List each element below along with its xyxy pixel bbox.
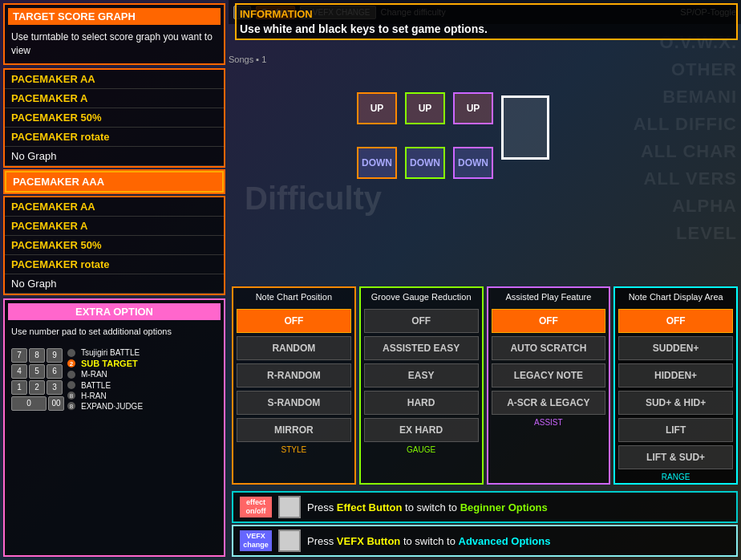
option-btn-auto-scratch[interactable]: AUTO SCRATCH (492, 336, 606, 360)
score-item-selected[interactable]: PACEMAKER AAA (5, 171, 224, 193)
vefx-btn-highlight: VEFX Button (337, 535, 400, 547)
extra-option-section: EXTRA OPTION Use number pad to set addit… (3, 298, 225, 557)
score-item[interactable]: PACEMAKER 50% (5, 108, 224, 128)
option-btn-off-2[interactable]: OFF (364, 309, 479, 333)
numpad-label-hran: H-RAN (81, 392, 107, 400)
white-box (501, 95, 549, 160)
groove-gauge-header: Groove Gauge Reduction (361, 288, 482, 307)
numpad-keys: 7 8 9 4 5 6 1 2 3 0 00 (11, 348, 64, 411)
options-row: Note Chart Position OFF RANDOM R-RANDOM … (229, 283, 741, 488)
numpad-label-row-2: 2 SUB TARGET (67, 359, 143, 368)
option-btn-off-1[interactable]: OFF (237, 309, 351, 333)
numpad-label-row-1: Tsujigiri BATTLE (67, 348, 143, 357)
updown-col-4 (501, 92, 549, 179)
target-score-desc: Use turntable to select score graph you … (8, 28, 221, 60)
numpad-key-3[interactable]: 3 (47, 380, 63, 395)
option-btn-rrandom[interactable]: R-RANDOM (237, 363, 351, 388)
numpad-row-456: 4 5 6 (11, 364, 64, 379)
numpad-label-expand: EXPAND·JUDGE (81, 402, 143, 411)
up-btn-2[interactable]: UP (405, 92, 445, 124)
option-btn-exhard[interactable]: EX HARD (364, 418, 479, 442)
numpad-key-1[interactable]: 1 (11, 380, 27, 395)
numpad-label-row-6: 8 EXPAND·JUDGE (67, 402, 143, 411)
vefx-btn-square[interactable] (278, 530, 301, 552)
down-btn-1[interactable]: DOWN (357, 147, 397, 179)
information-title: INFORMATION (240, 8, 733, 20)
advanced-options-highlight: Advanced Options (459, 535, 551, 547)
score-item-no-graph[interactable]: No Graph (5, 274, 224, 294)
numpad-dot-5: 8 (67, 392, 75, 400)
effect-btn-square[interactable] (278, 496, 301, 518)
numpad-label-tsujigiri: Tsujigiri BATTLE (81, 348, 140, 357)
numpad-label-row-4: BATTLE (67, 381, 143, 390)
up-btn-1[interactable]: UP (357, 92, 397, 124)
score-item[interactable]: PACEMAKER 50% (5, 236, 224, 255)
down-btn-2[interactable]: DOWN (405, 147, 445, 179)
gauge-label: GAUGE (361, 444, 482, 456)
score-item[interactable]: PACEMAKER rotate (5, 128, 224, 147)
option-btn-random[interactable]: RANDOM (237, 336, 351, 360)
numpad-key-00[interactable]: 00 (48, 396, 64, 411)
option-btn-sudden-plus[interactable]: SUDDEN+ (618, 336, 733, 360)
vefx-label[interactable]: VEFXchange (240, 530, 272, 551)
extra-option-desc: Use number pad to set additional options (8, 323, 221, 340)
groove-gauge-col: Groove Gauge Reduction OFF ASSISTED EASY… (359, 286, 484, 485)
note-chart-position-col: Note Chart Position OFF RANDOM R-RANDOM … (232, 286, 356, 485)
down-btn-3[interactable]: DOWN (453, 147, 493, 179)
option-btn-ascr-legacy[interactable]: A-SCR & LEGACY (492, 391, 606, 415)
numpad-key-5[interactable]: 5 (29, 364, 45, 379)
vefx-btn-text: Press VEFX Button to switch to Advanced … (307, 535, 550, 547)
numpad-key-6[interactable]: 6 (47, 364, 63, 379)
option-btn-sud-hid[interactable]: SUD+ & HID+ (618, 391, 733, 415)
numpad-label-row-3: M-RAN (67, 370, 143, 379)
main-area: UP DOWN UP DOWN UP DOWN Difficulty Note … (229, 76, 741, 488)
score-item[interactable]: PACEMAKER AA (5, 197, 224, 217)
numpad-key-4[interactable]: 4 (11, 364, 27, 379)
numpad-label-battle: BATTLE (81, 381, 111, 390)
score-item[interactable]: PACEMAKER rotate (5, 255, 224, 274)
option-btn-off-3[interactable]: OFF (492, 309, 606, 333)
score-list-selected: PACEMAKER AAA (3, 169, 225, 194)
note-chart-display-col: Note Chart Display Area OFF SUDDEN+ HIDD… (613, 286, 738, 485)
option-btn-legacy-note[interactable]: LEGACY NOTE (492, 363, 606, 388)
numpad-key-0[interactable]: 0 (11, 396, 47, 411)
numpad-dot (67, 349, 75, 357)
option-btn-easy[interactable]: EASY (364, 363, 479, 388)
numpad-dot-6: 8 (67, 402, 75, 410)
option-btn-lift[interactable]: LIFT (618, 418, 733, 442)
numpad-area: 7 8 9 4 5 6 1 2 3 0 00 (8, 345, 221, 414)
numpad-label-mran: M-RAN (81, 370, 107, 379)
option-btn-assisted-easy[interactable]: ASSISTED EASY (364, 336, 479, 360)
information-panel: INFORMATION Use white and black keys to … (235, 3, 738, 40)
option-btn-mirror[interactable]: MIRROR (237, 418, 351, 442)
vefx-btn-row: VEFXchange Press VEFX Button to switch t… (232, 525, 738, 557)
assist-label: ASSIST (488, 416, 609, 428)
numpad-labels: Tsujigiri BATTLE 2 SUB TARGET M-RAN BATT… (67, 348, 143, 411)
option-btn-lift-sud[interactable]: LIFT & SUD+ (618, 445, 733, 469)
numpad-row-123: 1 2 3 (11, 380, 64, 395)
note-chart-display-header: Note Chart Display Area (615, 288, 736, 307)
option-btn-hard[interactable]: HARD (364, 391, 479, 415)
difficulty-bg: Difficulty (245, 181, 382, 217)
option-btn-off-4[interactable]: OFF (618, 309, 733, 333)
score-item[interactable]: PACEMAKER A (5, 217, 224, 236)
effect-label[interactable]: effecton/off (240, 497, 272, 517)
option-btn-srandom[interactable]: S-RANDOM (237, 391, 351, 415)
option-btn-hidden-plus[interactable]: HIDDEN+ (618, 363, 733, 388)
target-score-title: TARGET SCORE GRAPH (8, 8, 221, 25)
updown-col-3: UP DOWN (453, 92, 493, 179)
score-item[interactable]: PACEMAKER AA (5, 70, 224, 89)
score-list-top: PACEMAKER AA PACEMAKER A PACEMAKER 50% P… (3, 68, 225, 168)
score-item[interactable]: PACEMAKER A (5, 89, 224, 108)
target-score-section: TARGET SCORE GRAPH Use turntable to sele… (3, 3, 225, 65)
numpad-key-7[interactable]: 7 (11, 348, 27, 363)
numpad-key-8[interactable]: 8 (29, 348, 45, 363)
numpad-key-9[interactable]: 9 (47, 348, 63, 363)
note-chart-position-header: Note Chart Position (233, 288, 354, 307)
up-btn-3[interactable]: UP (453, 92, 493, 124)
effect-btn-text: Press Effect Button to switch to Beginne… (307, 501, 548, 513)
score-item-no-graph[interactable]: No Graph (5, 147, 224, 166)
numpad-key-2[interactable]: 2 (29, 380, 45, 395)
extra-option-title: EXTRA OPTION (8, 303, 221, 320)
style-label: STYLE (233, 444, 354, 456)
